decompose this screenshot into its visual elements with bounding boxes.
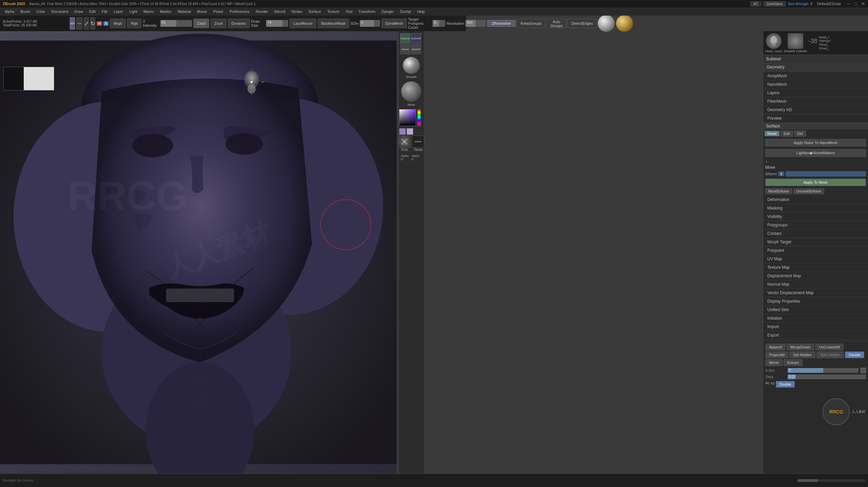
texture-material-sphere[interactable] [616, 15, 633, 32]
normal-map-item[interactable]: Normal Map [763, 280, 868, 289]
cylinder-thumb[interactable] [788, 33, 803, 49]
edit-button[interactable]: Edit [781, 130, 793, 137]
preview-item[interactable]: Preview [763, 114, 868, 123]
append-btn[interactable]: Append [765, 344, 786, 350]
menu-macro[interactable]: Macro [141, 9, 157, 14]
alpha-dots-icon[interactable] [398, 136, 411, 148]
export-item[interactable]: Export [763, 331, 868, 340]
extract-btn[interactable]: Extract [784, 359, 803, 366]
menu-preferences[interactable]: Preferences [227, 9, 252, 14]
dynamic-button[interactable]: Dynamic [228, 19, 250, 28]
maximize-icon[interactable]: □ [854, 1, 857, 6]
menu-help[interactable]: Help [414, 9, 428, 14]
double2-btn[interactable]: Double [776, 381, 795, 388]
apply-noise-nanomesh-btn[interactable]: Apply Noise To NanoMesh [765, 139, 866, 146]
mrgb-button[interactable]: Mrgb [110, 19, 126, 28]
zadd-button[interactable]: Zadd [193, 19, 209, 28]
menu-movie[interactable]: Movie [194, 9, 210, 14]
keepgroups-button[interactable]: KeepGroups [517, 19, 546, 28]
close-icon[interactable]: ✕ [861, 1, 865, 6]
snorm-slider[interactable] [786, 171, 866, 177]
apply-to-mesh-btn[interactable]: Apply To Mesh [765, 179, 866, 186]
lazymouse-button[interactable]: LazyMouse [290, 19, 316, 28]
fibermesh-item[interactable]: FiberMesh [763, 97, 868, 106]
surface-header[interactable]: Surface [763, 123, 868, 129]
menu-document[interactable]: Document [48, 9, 71, 14]
menu-stroke[interactable]: Stroke [289, 9, 305, 14]
mask-by-noise-btn[interactable]: MaskByNoise [765, 188, 792, 194]
menu-alpha[interactable]: Alpha [2, 9, 17, 14]
mask-btn[interactable]: Maske [400, 44, 410, 54]
mask-r-btn[interactable]: MaskeR [411, 44, 421, 54]
polygroups-item[interactable]: Polygroups [763, 221, 868, 229]
move-tool-icon[interactable]: ↔ [76, 17, 82, 29]
zsub-button[interactable]: Zsub [211, 19, 226, 28]
unified-skin-item[interactable]: Unified Skin [763, 306, 868, 314]
menu-color[interactable]: Color [34, 9, 48, 14]
canvas-area[interactable]: RRCG 人人素材 [0, 31, 397, 473]
noise-button[interactable]: Noise [765, 131, 780, 136]
s-smt-track[interactable]: 5 [788, 368, 859, 373]
a-tag[interactable]: A [103, 21, 108, 26]
split-hidden-btn[interactable]: Split Hidden [816, 351, 844, 358]
menu-layer[interactable]: Layer [111, 9, 126, 14]
nanomesh-item[interactable]: NanoMesh [763, 80, 868, 89]
zremesher-button[interactable]: ZRemesher [487, 20, 515, 27]
detect-edges-button[interactable]: DetectEdges [568, 19, 596, 28]
menu-draw[interactable]: Draw [72, 9, 86, 14]
polypaint-item[interactable]: Polypaint [763, 246, 868, 255]
thick-track[interactable]: 0.02 [788, 374, 866, 379]
lightbox-noisemakers-btn[interactable]: Lightbox▶NoiseMakers [765, 149, 866, 157]
select-r-btn[interactable]: SelectR [411, 33, 421, 43]
target-poly-slider[interactable]: 5 [433, 20, 445, 27]
backfacemask-button[interactable]: BackfaceMask [318, 19, 350, 28]
contact-item[interactable]: Contact [763, 229, 868, 238]
menu-surface[interactable]: Surface [305, 9, 324, 14]
menu-zscript[interactable]: Zscript [397, 9, 414, 14]
layers-item[interactable]: Layers [763, 89, 868, 97]
project-all-btn[interactable]: ProjectAll [765, 351, 788, 358]
uncreaseall-btn[interactable]: UnCreaseAll [815, 344, 844, 350]
draw-size-slider[interactable]: 74 [266, 20, 288, 27]
color-swatch-2[interactable] [407, 128, 413, 135]
mesh-item-cylinder[interactable]: SimpleB Cylinder [784, 33, 807, 53]
menu-brush[interactable]: Brush [18, 9, 33, 14]
initialize-item[interactable]: Initialize [763, 314, 868, 323]
z-intensity-slider[interactable]: 51 [160, 20, 192, 27]
menu-stencil[interactable]: Stencil [271, 9, 288, 14]
alpha-stroke-icon[interactable] [412, 136, 424, 148]
dynamesh-button[interactable]: DynaMesh [381, 19, 407, 28]
select-a-btn[interactable]: SelectA [400, 33, 410, 43]
double-btn[interactable]: Double [845, 351, 864, 358]
color-hue-strip[interactable] [417, 109, 421, 126]
menu-edit[interactable]: Edit [86, 9, 98, 14]
menu-transform[interactable]: Transform [356, 9, 378, 14]
import-item[interactable]: Import [763, 323, 868, 331]
vector-displacement-map-item[interactable]: Vector Displacement Map [763, 289, 868, 297]
menu-file[interactable]: File [99, 9, 111, 14]
menu-picker[interactable]: Picker [210, 9, 226, 14]
resolution-slider[interactable]: 504 [466, 20, 486, 27]
basic-material-sphere[interactable] [598, 15, 615, 32]
color-square[interactable] [399, 109, 416, 126]
menu-tool[interactable]: Tool [343, 9, 355, 14]
del-button[interactable]: Del [794, 130, 806, 137]
visibility-item[interactable]: Visibility [763, 212, 868, 221]
navigation-compass[interactable] [237, 68, 266, 97]
menu-texture[interactable]: Texture [324, 9, 342, 14]
geometry-header[interactable]: Geometry [763, 63, 868, 72]
color-picker[interactable] [399, 109, 423, 134]
sdiv-slider[interactable]: 4 [360, 20, 380, 27]
auto-groups-button[interactable]: Auto Groups [547, 19, 566, 28]
ac-button[interactable]: AC [750, 1, 761, 6]
del-hidden-btn[interactable]: Del Hidden [789, 351, 815, 358]
rotate-tool-icon[interactable]: ↻ [90, 17, 95, 29]
quicksave-button[interactable]: QuickSave [763, 1, 786, 6]
mirror-btn[interactable]: Mirror [765, 359, 783, 366]
menu-material[interactable]: Material [175, 9, 194, 14]
texture-map-item[interactable]: Texture Map [763, 263, 868, 272]
geometry-hd-item[interactable]: Geometry HD [763, 106, 868, 114]
mesh-item-head[interactable]: Head_copy2 [765, 33, 783, 53]
arraymesh-item[interactable]: ArrayMesh [763, 72, 868, 80]
menu-render[interactable]: Render [253, 9, 271, 14]
